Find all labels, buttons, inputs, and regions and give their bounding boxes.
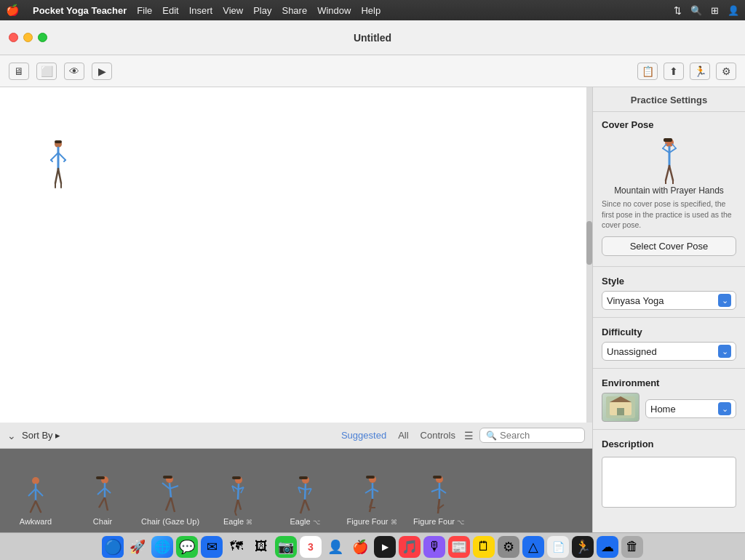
environment-value: Home	[650, 404, 718, 415]
tab-all[interactable]: All	[395, 428, 411, 442]
svg-rect-49	[299, 476, 308, 479]
dock-calendar[interactable]: 3	[300, 536, 322, 558]
svg-line-26	[162, 483, 170, 489]
search-input[interactable]	[500, 430, 578, 441]
maximize-button[interactable]	[38, 33, 47, 42]
preview-btn[interactable]: 👁	[64, 63, 84, 80]
dock-launchpad[interactable]: 🚀	[127, 536, 148, 558]
sort-by-btn[interactable]: Sort By ▸	[22, 430, 60, 441]
difficulty-dropdown-arrow: ⌄	[718, 345, 731, 358]
dock-trash[interactable]: 🗑	[621, 536, 643, 558]
difficulty-value: Unassigned	[607, 346, 718, 357]
svg-rect-76	[664, 138, 672, 142]
pose-item-eagle-2[interactable]: Eagle ⌥	[276, 472, 333, 527]
select-cover-pose-btn[interactable]: Select Cover Pose	[602, 236, 736, 256]
dock-facetime[interactable]: 📷	[275, 536, 297, 558]
play-btn[interactable]: ▶	[92, 63, 112, 80]
dock-news[interactable]: 📰	[448, 536, 470, 558]
svg-line-29	[171, 497, 175, 512]
dock-appletv[interactable]: ▶	[374, 536, 396, 558]
list-view-icon[interactable]: ☰	[464, 430, 474, 441]
dock-icloud[interactable]: ☁	[597, 536, 618, 558]
svg-line-3	[51, 160, 52, 161]
dock-fitness[interactable]: 🏃	[572, 536, 594, 558]
canvas-scrollbar[interactable]	[586, 87, 592, 423]
canvas-area: ⌄ Sort By ▸ Suggested All Controls ☰ 🔍 A…	[0, 87, 592, 532]
menu-help[interactable]: Help	[361, 5, 381, 16]
filter-bar: ⌄ Sort By ▸ Suggested All Controls ☰ 🔍	[0, 423, 592, 449]
tab-controls[interactable]: Controls	[418, 428, 458, 442]
share-sheet-btn[interactable]: 📋	[637, 63, 658, 80]
menu-play[interactable]: Play	[253, 5, 271, 16]
svg-rect-65	[433, 476, 442, 479]
tab-suggested[interactable]: Suggested	[338, 428, 389, 442]
dock-maps[interactable]: 🗺	[226, 536, 247, 558]
dock-mail[interactable]: ✉	[201, 536, 223, 558]
window-view-btn[interactable]: ⬜	[36, 63, 57, 80]
description-textarea[interactable]	[602, 457, 736, 508]
dock-safari[interactable]: 🌐	[151, 536, 173, 558]
pose-item-eagle-1[interactable]: Eagle ⌘	[210, 472, 266, 527]
svg-line-14	[36, 489, 43, 496]
menu-share[interactable]: Share	[282, 5, 307, 16]
monitor-view-btn[interactable]: 🖥	[9, 63, 29, 80]
pose-item-chair[interactable]: Chair	[74, 472, 131, 527]
dock-preview[interactable]: 📄	[547, 536, 569, 558]
svg-line-19	[97, 488, 105, 495]
pose-item-chair-gaze[interactable]: Chair (Gaze Up)	[141, 472, 199, 527]
app-name: Pocket Yoga Teacher	[33, 5, 127, 16]
dock-contacts[interactable]: 👤	[324, 536, 346, 558]
svg-rect-57	[366, 476, 375, 479]
svg-line-72	[666, 166, 669, 180]
pose-figure-figure-four-1	[358, 472, 386, 516]
apple-menu[interactable]: 🍎	[6, 4, 20, 17]
dock-finder[interactable]: 🔵	[102, 536, 124, 558]
canvas-scrollbar-thumb[interactable]	[586, 221, 592, 265]
minimize-button[interactable]	[23, 33, 33, 42]
divider-2	[593, 317, 745, 318]
pose-item-figure-four-2[interactable]: Figure Four ⌥	[410, 472, 467, 527]
dock-systemprefs[interactable]: ⚙	[498, 536, 519, 558]
svg-line-5	[64, 160, 65, 161]
control-center-icon[interactable]: ⊞	[711, 5, 719, 16]
difficulty-dropdown[interactable]: Unassigned ⌄	[602, 342, 736, 361]
svg-rect-80	[617, 408, 624, 415]
pose-name-chair: Chair	[93, 517, 112, 527]
menu-file[interactable]: File	[137, 5, 152, 16]
pose-item-awkward[interactable]: Awkward	[7, 472, 64, 527]
dock-reminders[interactable]: 🍎	[349, 536, 371, 558]
settings-btn[interactable]: ⚙	[716, 63, 736, 80]
svg-line-38	[235, 512, 236, 516]
cover-pose-preview: Mountain with Prayer Hands	[602, 135, 736, 196]
collapse-chevron[interactable]: ⌄	[7, 430, 16, 441]
dock-notes[interactable]: 🗒	[473, 536, 495, 558]
user-icon[interactable]: 👤	[728, 5, 739, 16]
dock-podcasts[interactable]: 🎙	[423, 536, 445, 558]
cover-pose-hint: Since no cover pose is specified, the fi…	[602, 199, 736, 231]
environment-dropdown-area: Home ⌄	[645, 396, 736, 418]
menu-view[interactable]: View	[223, 5, 243, 16]
dock-messages[interactable]: 💬	[176, 536, 198, 558]
panel-title: Practice Settings	[593, 87, 745, 112]
menu-window[interactable]: Window	[317, 5, 351, 16]
pose-figure-figure-four-2	[425, 472, 453, 516]
dock-testflight[interactable]: △	[522, 536, 544, 558]
export-btn[interactable]: ⬆	[664, 63, 684, 80]
environment-dropdown[interactable]: Home ⌄	[645, 399, 736, 418]
close-button[interactable]	[9, 33, 18, 42]
style-dropdown[interactable]: Vinyasa Yoga ⌄	[602, 291, 736, 310]
dock-photos[interactable]: 🖼	[250, 536, 272, 558]
menu-insert[interactable]: Insert	[189, 5, 213, 16]
pose-item-figure-four-1[interactable]: Figure Four ⌘	[343, 472, 400, 527]
style-label: Style	[602, 276, 736, 287]
environment-section: Environment Home ⌄	[593, 370, 745, 428]
search-menubar-icon[interactable]: 🔍	[690, 5, 702, 16]
menu-edit[interactable]: Edit	[162, 5, 178, 16]
canvas-pose-figure	[47, 138, 69, 189]
environment-dropdown-arrow: ⌄	[718, 402, 731, 415]
traffic-lights	[9, 33, 47, 42]
pose-icon-btn[interactable]: 🏃	[690, 63, 710, 80]
dock-music[interactable]: 🎵	[399, 536, 421, 558]
svg-rect-30	[163, 476, 172, 479]
svg-line-32	[238, 484, 239, 500]
